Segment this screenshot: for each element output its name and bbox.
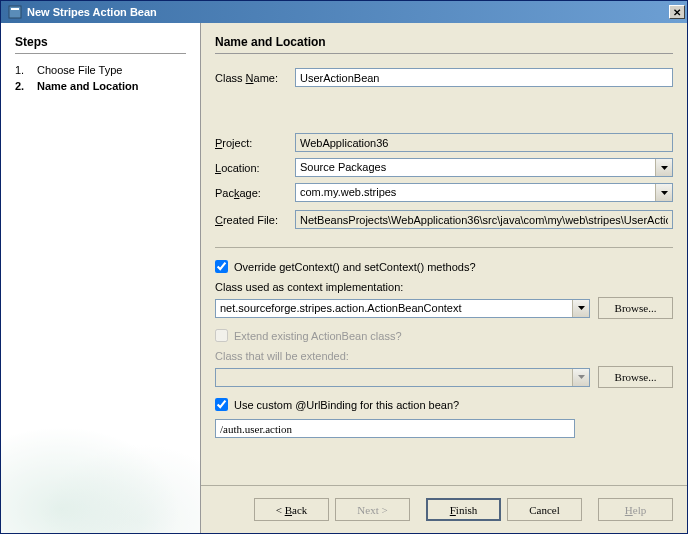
row-extend: Extend existing ActionBean class? [215,329,673,342]
contextclass-label: Class used as context implementation: [215,281,673,293]
createdfile-input [295,210,673,229]
svg-marker-3 [661,191,668,195]
label-classname: Class Name: [215,72,295,84]
cancel-button[interactable]: Cancel [507,498,582,521]
steps-heading: Steps [15,35,186,49]
row-location: Location: Source Packages [215,158,673,177]
package-value: com.my.web.stripes [296,184,655,201]
svg-rect-1 [11,8,19,10]
app-icon [7,4,23,20]
finish-button[interactable]: Finish [426,498,501,521]
row-package: Package: com.my.web.stripes [215,183,673,202]
label-project: Project: [215,137,295,149]
chevron-down-icon[interactable] [655,184,672,201]
step-label: Name and Location [37,80,138,92]
row-project: Project: [215,133,673,152]
label-location: Location: [215,162,295,174]
location-value: Source Packages [296,159,655,176]
label-createdfile: Created File: [215,214,295,226]
chevron-down-icon[interactable] [572,300,589,317]
button-bar: < Back Next > Finish Cancel Help [201,485,687,533]
form-area: Name and Location Class Name: Project: L… [215,35,673,477]
urlbinding-checkbox[interactable] [215,398,228,411]
svg-marker-5 [578,375,585,379]
steps-panel: Steps 1. Choose File Type 2. Name and Lo… [1,23,201,533]
row-createdfile: Created File: [215,210,673,229]
urlbinding-input[interactable] [215,419,575,438]
package-combo[interactable]: com.my.web.stripes [295,183,673,202]
extendclass-label: Class that will be extended: [215,350,673,362]
row-contextclass: net.sourceforge.stripes.action.ActionBea… [215,297,673,319]
browse-extend-button[interactable]: Browse... [598,366,673,388]
steps-divider [15,53,186,54]
help-button: Help [598,498,673,521]
close-button[interactable]: ✕ [669,5,685,19]
row-extendclass: Browse... [215,366,673,388]
override-label: Override getContext() and setContext() m… [234,261,476,273]
step-item: 1. Choose File Type [15,64,186,76]
svg-marker-2 [661,166,668,170]
mid-divider [215,247,673,248]
extendclass-value [216,369,572,386]
step-number: 2. [15,80,37,92]
step-label: Choose File Type [37,64,122,76]
content: Steps 1. Choose File Type 2. Name and Lo… [1,23,687,533]
extendclass-combo [215,368,590,387]
extend-label: Extend existing ActionBean class? [234,330,402,342]
classname-input[interactable] [295,68,673,87]
urlbinding-label: Use custom @UrlBinding for this action b… [234,399,459,411]
titlebar: New Stripes Action Bean ✕ [1,1,687,23]
main-panel: Name and Location Class Name: Project: L… [201,23,687,533]
step-number: 1. [15,64,37,76]
extend-checkbox [215,329,228,342]
contextclass-value: net.sourceforge.stripes.action.ActionBea… [216,300,572,317]
section-divider [215,53,673,54]
window-title: New Stripes Action Bean [27,6,669,18]
svg-marker-4 [578,306,585,310]
svg-rect-0 [9,6,21,18]
step-item-current: 2. Name and Location [15,80,186,92]
chevron-down-icon[interactable] [655,159,672,176]
chevron-down-icon [572,369,589,386]
project-input [295,133,673,152]
override-checkbox[interactable] [215,260,228,273]
row-classname: Class Name: [215,68,673,87]
row-override: Override getContext() and setContext() m… [215,260,673,273]
label-package: Package: [215,187,295,199]
location-combo[interactable]: Source Packages [295,158,673,177]
back-button[interactable]: < Back [254,498,329,521]
row-urlbinding: Use custom @UrlBinding for this action b… [215,398,673,411]
next-button: Next > [335,498,410,521]
contextclass-combo[interactable]: net.sourceforge.stripes.action.ActionBea… [215,299,590,318]
wizard-window: New Stripes Action Bean ✕ Steps 1. Choos… [0,0,688,534]
browse-context-button[interactable]: Browse... [598,297,673,319]
section-title: Name and Location [215,35,673,49]
